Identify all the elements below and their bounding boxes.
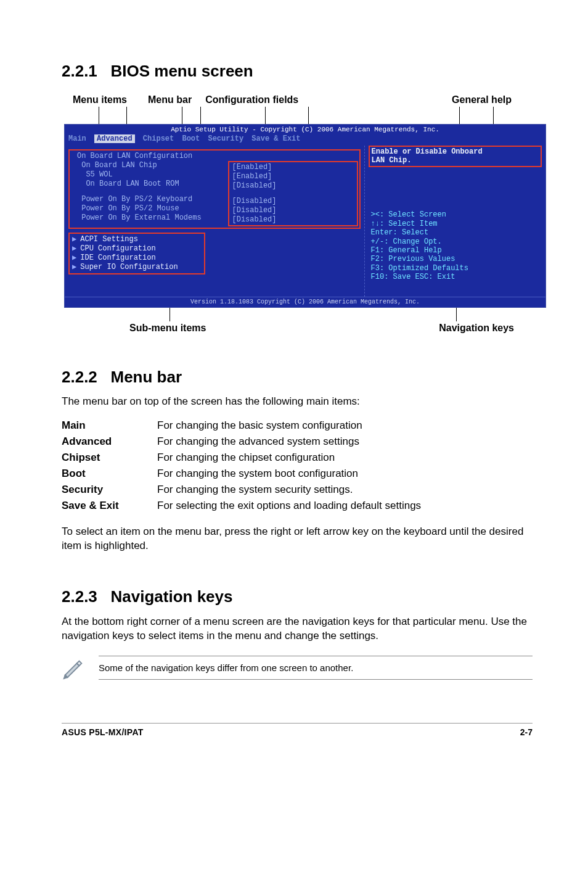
help-text-line: LAN Chip. (372, 156, 412, 165)
section-title: BIOS menu screen (111, 62, 253, 80)
section-title: Menu bar (111, 368, 182, 386)
bios-item-value[interactable]: [Disabled] (232, 181, 354, 191)
section-heading-223: 2.2.3 Navigation keys (62, 587, 533, 606)
section-number: 2.2.1 (62, 62, 97, 80)
section-heading-222: 2.2.2 Menu bar (62, 368, 533, 387)
bios-item-value[interactable]: [Disabled] (232, 206, 354, 215)
bios-title-bar: Aptio Setup Utility - Copyright (C) 2006… (65, 125, 545, 134)
table-row: Save & ExitFor selecting the exit option… (62, 498, 421, 514)
def-key: Main (62, 418, 157, 434)
bios-item-label: On Board LAN Chip (77, 161, 229, 170)
bios-tab-chipset[interactable]: Chipset (143, 134, 174, 143)
note-text: Some of the navigation keys differ from … (99, 656, 533, 680)
bios-item-label: Power On By External Modems (77, 213, 229, 223)
def-key: Security (62, 482, 157, 498)
table-row: ChipsetFor changing the chipset configur… (62, 450, 421, 466)
help-text-line: Enable or Disable Onboard (372, 147, 483, 156)
bios-menu-bar: Main Advanced Chipset Boot Security Save… (65, 134, 545, 146)
highlight-box-menu-items: On Board LAN Configuration On Board LAN … (68, 149, 361, 229)
bios-tab-main[interactable]: Main (68, 134, 86, 143)
bios-right-pane: Enable or Disable Onboard LAN Chip. ><: … (364, 146, 545, 297)
label-menu-bar: Menu bar (148, 94, 192, 105)
bios-item-label: Power On By PS/2 Mouse (77, 204, 229, 213)
triangle-icon: ▶ (72, 254, 76, 262)
label-navigation-keys: Navigation keys (439, 323, 514, 334)
bios-item-value[interactable]: [Disabled] (232, 197, 354, 206)
bios-submenu-item[interactable]: ▶ACPI Settings (72, 235, 202, 244)
table-row: SecurityFor changing the system security… (62, 482, 421, 498)
footer-product: ASUS P5L-MX/IPAT (62, 727, 520, 737)
def-key: Save & Exit (62, 498, 157, 514)
bios-tab-advanced[interactable]: Advanced (94, 134, 135, 143)
label-config-fields: Configuration fields (205, 94, 298, 105)
section-number: 2.2.2 (62, 368, 97, 386)
nav-hint: ↑↓: Select Item (371, 220, 542, 228)
note-callout: Some of the navigation keys differ from … (62, 656, 533, 680)
label-menu-items: Menu items (73, 94, 127, 105)
table-row: MainFor changing the basic system config… (62, 418, 421, 434)
bios-tab-boot[interactable]: Boot (182, 134, 200, 143)
highlight-box-submenus: ▶ACPI Settings ▶CPU Configuration ▶IDE C… (68, 233, 205, 274)
menubar-intro-text: The menu bar on top of the screen has th… (62, 395, 533, 408)
def-value: For changing the system boot configurati… (157, 466, 421, 482)
triangle-icon: ▶ (72, 244, 76, 253)
def-key: Advanced (62, 434, 157, 450)
nav-hint: F10: Save ESC: Exit (371, 273, 542, 281)
bios-item-label: Power On By PS/2 Keyboard (77, 195, 229, 204)
menubar-outro-text: To select an item on the menu bar, press… (62, 525, 533, 553)
nav-hint: F3: Optimized Defaults (371, 264, 542, 273)
bios-screenshot: Aptio Setup Utility - Copyright (C) 2006… (64, 124, 546, 308)
diagram-connectors-top (62, 107, 533, 124)
def-value: For changing the basic system configurat… (157, 418, 421, 434)
section-number: 2.2.3 (62, 587, 97, 606)
label-submenu-items: Sub-menu items (129, 323, 206, 334)
def-value: For changing the chipset configuration (157, 450, 421, 466)
bios-item-value[interactable]: [Disabled] (232, 215, 354, 225)
table-row: BootFor changing the system boot configu… (62, 466, 421, 482)
page-footer: ASUS P5L-MX/IPAT 2-7 (62, 723, 533, 737)
bios-left-pane: On Board LAN Configuration On Board LAN … (65, 146, 364, 297)
section-heading-221: 2.2.1 BIOS menu screen (62, 62, 533, 81)
submenu-label: Super IO Configuration (80, 263, 178, 271)
bios-item-label: On Board LAN Configuration (77, 152, 232, 161)
diagram-connectors-bottom (62, 308, 533, 321)
bios-item-value[interactable]: [Enabled] (232, 172, 354, 181)
nav-hint: F2: Previous Values (371, 255, 542, 263)
def-value: For changing the system security setting… (157, 482, 421, 498)
bios-item-label: S5 WOL (77, 170, 229, 179)
bios-item-label: On Board LAN Boot ROM (77, 179, 229, 189)
nav-hint: ><: Select Screen (371, 210, 542, 219)
triangle-icon: ▶ (72, 235, 76, 244)
bios-nav-key-list: ><: Select Screen ↑↓: Select Item Enter:… (371, 210, 542, 281)
nav-hint: F1: General Help (371, 246, 542, 255)
def-key: Chipset (62, 450, 157, 466)
bios-item-value (232, 152, 352, 161)
bios-item[interactable]: On Board LAN Configuration (71, 152, 358, 161)
bios-footer: Version 1.18.1083 Copyright (C) 2006 Ame… (65, 297, 545, 308)
bios-submenu-item[interactable]: ▶IDE Configuration (72, 254, 202, 263)
footer-page-number: 2-7 (520, 727, 533, 737)
bios-submenu-item[interactable]: ▶CPU Configuration (72, 244, 202, 254)
submenu-label: ACPI Settings (80, 235, 138, 244)
highlight-box-config-fields: [Enabled] [Enabled] [Disabled] [Disabled… (228, 161, 357, 226)
bios-tab-save-exit[interactable]: Save & Exit (251, 134, 300, 143)
diagram-labels-bottom: Sub-menu items Navigation keys (62, 323, 533, 334)
triangle-icon: ▶ (72, 263, 76, 271)
highlight-box-general-help: Enable or Disable Onboard LAN Chip. (369, 146, 542, 168)
def-value: For selecting the exit options and loadi… (157, 498, 421, 514)
def-value: For changing the advanced system setting… (157, 434, 421, 450)
bios-submenu-item[interactable]: ▶Super IO Configuration (72, 263, 202, 272)
bios-tab-security[interactable]: Security (208, 134, 243, 143)
bios-title-text: Aptio Setup Utility - Copyright (C) 2006… (67, 126, 543, 134)
nav-hint: +/-: Change Opt. (371, 237, 542, 246)
bios-item-value[interactable]: [Enabled] (232, 163, 354, 172)
navkeys-body-text: At the bottom right corner of a menu scr… (62, 615, 533, 643)
diagram-labels-top: Menu items Menu bar Configuration fields… (62, 94, 533, 105)
table-row: AdvancedFor changing the advanced system… (62, 434, 421, 450)
section-title: Navigation keys (111, 587, 233, 606)
submenu-label: IDE Configuration (80, 254, 155, 262)
pencil-icon (62, 656, 85, 680)
def-key: Boot (62, 466, 157, 482)
nav-hint: Enter: Select (371, 228, 542, 237)
label-general-help: General help (452, 94, 512, 105)
